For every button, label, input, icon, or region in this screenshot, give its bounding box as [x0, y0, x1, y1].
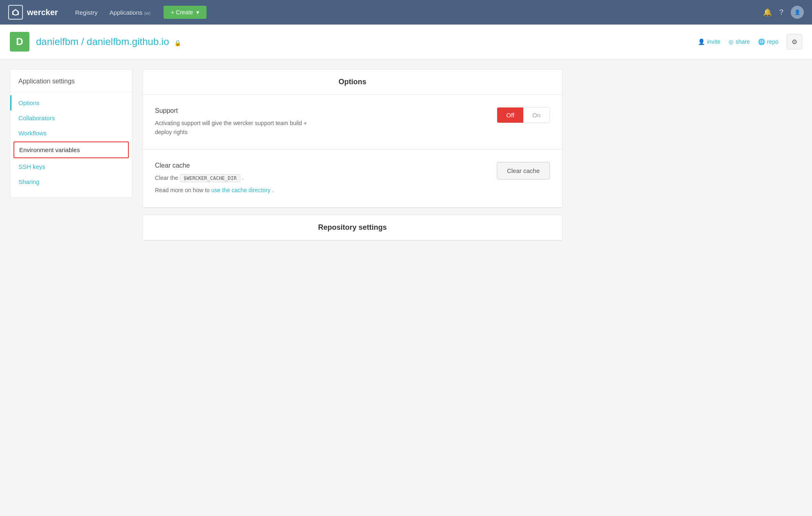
clear-cache-content: Clear cache Clear the $WERCKER_CACHE_DIR…: [155, 162, 489, 195]
support-content: Support Activating support will give the…: [155, 107, 489, 137]
invite-link[interactable]: 👤 invite: [698, 38, 720, 45]
project-header: D danielfbm / danielfbm.github.io 🔒 👤 in…: [0, 25, 812, 59]
create-button[interactable]: + Create ▾: [164, 6, 206, 19]
repo-settings-section: Repository settings: [142, 215, 563, 241]
person-icon: 👤: [698, 38, 705, 45]
chevron-down-icon: ▾: [196, 9, 199, 16]
toggle-off-button[interactable]: Off: [497, 108, 523, 123]
help-icon[interactable]: ?: [779, 8, 783, 17]
owner-link[interactable]: danielfbm: [36, 36, 79, 47]
sidebar-item-workflows[interactable]: Workflows: [10, 126, 132, 141]
navbar-links: Registry Applications (w): [70, 7, 155, 18]
sidebar-item-ssh-keys[interactable]: SSH keys: [10, 159, 132, 174]
sidebar-item-env-variables[interactable]: Environment variables: [13, 141, 129, 158]
sidebar-item-sharing[interactable]: Sharing: [10, 174, 132, 189]
settings-button[interactable]: ⚙: [787, 34, 802, 49]
repo-link[interactable]: danielfbm.github.io: [87, 36, 169, 47]
support-row: Support Activating support will give the…: [143, 95, 562, 150]
read-more-text: Read more on how to use the cache direct…: [155, 186, 489, 195]
avatar[interactable]: 👤: [791, 6, 804, 19]
support-description: Activating support will give the wercker…: [155, 119, 489, 137]
lock-icon: 🔒: [174, 40, 181, 46]
project-avatar: D: [10, 32, 29, 52]
clear-cache-action: Clear cache: [497, 162, 550, 179]
gear-icon: ⚙: [792, 38, 797, 46]
support-title: Support: [155, 107, 489, 114]
toggle-on-button[interactable]: On: [523, 108, 550, 123]
sidebar-item-collaborators[interactable]: Collaborators: [10, 110, 132, 126]
main-content: Application settings Options Collaborato…: [0, 59, 572, 251]
navbar-right: 🔔 ? 👤: [763, 6, 804, 19]
options-header: Options: [143, 70, 562, 95]
clear-cache-title: Clear cache: [155, 162, 489, 169]
cache-dir-code: $WERCKER_CACHE_DIR: [180, 174, 240, 182]
repo-settings-header: Repository settings: [143, 215, 562, 240]
repo-link-header[interactable]: 🌐 repo: [758, 38, 778, 45]
toggle-group: Off On: [497, 107, 550, 123]
sidebar-title: Application settings: [10, 78, 132, 92]
logo[interactable]: wercker: [8, 5, 58, 20]
separator: /: [81, 36, 87, 47]
project-actions: 👤 invite ◎ share 🌐 repo ⚙: [698, 34, 802, 49]
registry-link[interactable]: Registry: [70, 7, 103, 18]
globe-icon: 🌐: [758, 38, 765, 45]
clear-cache-row: Clear cache Clear the $WERCKER_CACHE_DIR…: [143, 150, 562, 208]
clear-cache-description: Clear the $WERCKER_CACHE_DIR .: [155, 173, 489, 182]
clear-cache-button[interactable]: Clear cache: [497, 162, 550, 179]
share-icon: ◎: [729, 38, 733, 45]
logo-icon: [8, 5, 23, 20]
applications-link[interactable]: Applications (w): [105, 7, 155, 18]
sidebar: Application settings Options Collaborato…: [10, 69, 132, 198]
sidebar-item-options[interactable]: Options: [10, 95, 132, 110]
bell-icon[interactable]: 🔔: [763, 8, 772, 17]
share-link[interactable]: ◎ share: [729, 38, 750, 45]
project-title: danielfbm / danielfbm.github.io 🔒: [36, 36, 181, 47]
cache-directory-link[interactable]: use the cache directory: [211, 187, 272, 193]
options-section: Options Support Activating support will …: [142, 69, 563, 208]
options-panel: Options Support Activating support will …: [142, 69, 563, 241]
applications-badge: (w): [144, 11, 150, 16]
logo-text: wercker: [27, 8, 58, 17]
support-toggle: Off On: [497, 107, 550, 123]
navbar: wercker Registry Applications (w) + Crea…: [0, 0, 812, 25]
